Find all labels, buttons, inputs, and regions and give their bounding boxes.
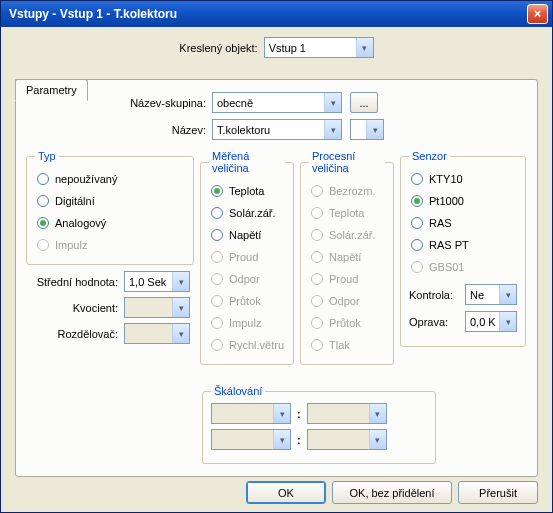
name-index-combo[interactable]: ▾ [350, 119, 384, 140]
sensor-option-label: Pt1000 [429, 195, 464, 207]
radio-icon [411, 261, 423, 273]
divider-combo: ▾ [124, 323, 190, 344]
group-sensor: Senzor KTY10Pt1000RASRAS PTGBS01 Kontrol… [400, 150, 526, 347]
name-combo[interactable]: T.kolektoru ▾ [212, 119, 342, 140]
measured-option-label: Odpor [229, 273, 260, 285]
name-group-value: obecně [217, 97, 253, 109]
process-option-label: Solár.zář. [329, 229, 375, 241]
scaling-2a-combo: ▾ [211, 429, 291, 450]
tab-parameters[interactable]: Parametry [15, 79, 88, 101]
radio-icon [311, 295, 323, 307]
measured-option-label: Rychl.větru [229, 339, 284, 351]
measured-option: Impulz [209, 312, 285, 334]
radio-icon [311, 251, 323, 263]
content-area: Kreslený objekt: Vstup 1 ▾ Parametry Náz… [1, 27, 552, 474]
name-label: Název: [106, 124, 206, 136]
type-option-label: Impulz [55, 239, 87, 251]
radio-icon [311, 229, 323, 241]
measured-option-label: Solár.zář. [229, 207, 275, 219]
chevron-down-icon: ▾ [273, 430, 290, 449]
radio-icon [411, 195, 423, 207]
name-group-combo[interactable]: obecně ▾ [212, 92, 342, 113]
radio-icon [211, 273, 223, 285]
group-process: Procesní veličina Bezrozm.TeplotaSolár.z… [300, 150, 394, 365]
radio-icon [211, 295, 223, 307]
chevron-down-icon: ▾ [324, 120, 341, 139]
group-type: Typ nepoužívanýDigitálníAnalogovýImpulz [26, 150, 194, 265]
radio-icon [311, 185, 323, 197]
correction-combo[interactable]: 0,0 K ▾ [465, 311, 517, 332]
ellipsis-icon: ... [359, 97, 368, 109]
sensor-option: GBS01 [409, 256, 517, 278]
measured-option: Rychl.větru [209, 334, 285, 356]
name-group-more-button[interactable]: ... [350, 92, 378, 113]
radio-icon [37, 195, 49, 207]
chevron-down-icon: ▾ [172, 272, 189, 291]
radio-icon [311, 317, 323, 329]
cancel-button[interactable]: Přerušit [458, 481, 538, 504]
sensor-option-label: RAS [429, 217, 452, 229]
process-option-label: Proud [329, 273, 358, 285]
process-option-label: Průtok [329, 317, 361, 329]
close-button[interactable]: × [527, 4, 548, 24]
process-option-label: Odpor [329, 295, 360, 307]
colon-icon: : [295, 408, 303, 420]
measured-option[interactable]: Solár.zář. [209, 202, 285, 224]
scaling-1a-combo: ▾ [211, 403, 291, 424]
chevron-down-icon: ▾ [499, 312, 516, 331]
radio-icon [311, 339, 323, 351]
radio-icon [211, 251, 223, 263]
process-option: Tlak [309, 334, 385, 356]
control-label: Kontrola: [409, 289, 459, 301]
radio-icon [311, 273, 323, 285]
radio-icon [37, 239, 49, 251]
sensor-option-label: KTY10 [429, 173, 463, 185]
ok-unassigned-button[interactable]: OK, bez přidělení [332, 481, 452, 504]
group-type-legend: Typ [35, 150, 59, 162]
control-combo[interactable]: Ne ▾ [465, 284, 517, 305]
type-option[interactable]: Digitální [35, 190, 185, 212]
process-option: Proud [309, 268, 385, 290]
chevron-down-icon: ▾ [499, 285, 516, 304]
type-option[interactable]: nepoužívaný [35, 168, 185, 190]
radio-icon [37, 217, 49, 229]
scaling-row-2: ▾ : ▾ [211, 429, 427, 450]
radio-icon [211, 207, 223, 219]
type-option-label: Analogový [55, 217, 106, 229]
name-value: T.kolektoru [217, 124, 270, 136]
process-option: Napětí [309, 246, 385, 268]
measured-option: Odpor [209, 268, 285, 290]
scaling-row-1: ▾ : ▾ [211, 403, 427, 424]
chevron-down-icon: ▾ [356, 38, 373, 57]
sensor-option-label: GBS01 [429, 261, 464, 273]
type-option: Impulz [35, 234, 185, 256]
sensor-option[interactable]: RAS PT [409, 234, 517, 256]
radio-icon [211, 185, 223, 197]
process-option: Solár.zář. [309, 224, 385, 246]
titlebar: Vstupy - Vstup 1 - T.kolektoru × [1, 1, 552, 27]
sensor-option[interactable]: Pt1000 [409, 190, 517, 212]
type-option[interactable]: Analogový [35, 212, 185, 234]
correction-label: Oprava: [409, 316, 459, 328]
drawn-object-combo[interactable]: Vstup 1 ▾ [264, 37, 374, 58]
drawn-object-value: Vstup 1 [269, 42, 306, 54]
sensor-option[interactable]: RAS [409, 212, 517, 234]
sensor-option[interactable]: KTY10 [409, 168, 517, 190]
scaling-2b-combo: ▾ [307, 429, 387, 450]
ok-button[interactable]: OK [246, 481, 326, 504]
measured-option[interactable]: Napětí [209, 224, 285, 246]
process-option-label: Teplota [329, 207, 364, 219]
radio-icon [37, 173, 49, 185]
chevron-down-icon: ▾ [172, 324, 189, 343]
name-group-label: Název-skupina: [106, 97, 206, 109]
radio-icon [411, 173, 423, 185]
measured-option[interactable]: Teplota [209, 180, 285, 202]
measured-option-label: Impulz [229, 317, 261, 329]
chevron-down-icon: ▾ [366, 120, 383, 139]
measured-option-label: Průtok [229, 295, 261, 307]
process-option-label: Napětí [329, 251, 361, 263]
sensor-option-label: RAS PT [429, 239, 469, 251]
mean-value-combo[interactable]: 1,0 Sek ▾ [124, 271, 190, 292]
radio-icon [311, 207, 323, 219]
chevron-down-icon: ▾ [172, 298, 189, 317]
